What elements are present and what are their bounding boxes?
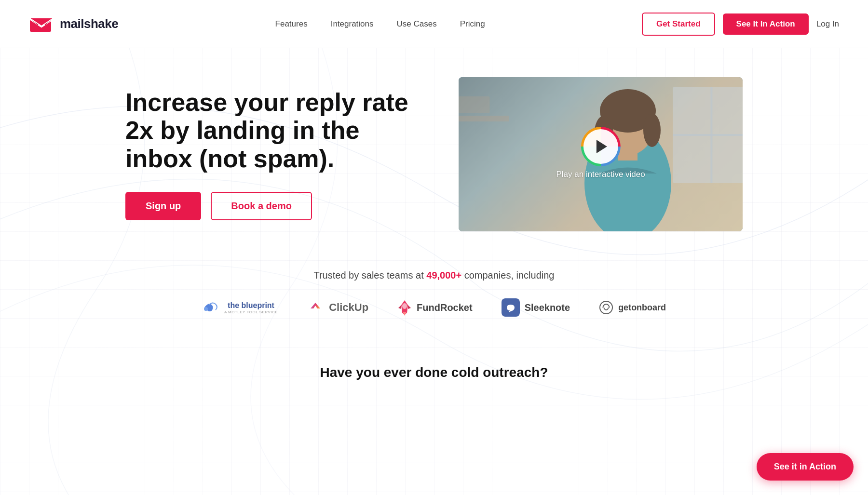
trusted-suffix: companies, including [461, 270, 554, 281]
nav-features[interactable]: Features [275, 19, 308, 29]
svg-rect-12 [459, 96, 489, 113]
trusted-text: Trusted by sales teams at 49,000+ compan… [29, 270, 839, 281]
hero-headline: Increase your reply rate 2x by landing i… [125, 88, 415, 173]
clickup-icon [307, 299, 324, 316]
hero-content: Increase your reply rate 2x by landing i… [125, 88, 415, 220]
trusted-prefix: Trusted by sales teams at [313, 270, 426, 281]
mailshake-logo-icon [29, 14, 54, 34]
sleeknote-logo: Sleeknote [502, 298, 570, 317]
fundrocket-name: FundRocket [417, 302, 473, 313]
header-actions: Get Started See It In Action Log In [642, 13, 839, 36]
blueprint-name: the blueprint [224, 301, 278, 310]
nav-pricing[interactable]: Pricing [460, 19, 485, 29]
cold-outreach-headline: Have you ever done cold outreach? [29, 365, 839, 380]
nav-use-cases[interactable]: Use Cases [397, 19, 437, 29]
sleeknote-icon [505, 302, 516, 313]
getonboard-name: getonboard [618, 303, 666, 313]
trusted-section: Trusted by sales teams at 49,000+ compan… [0, 251, 868, 341]
svg-point-14 [402, 303, 407, 309]
video-caption: Play an interactive video [556, 170, 645, 179]
getonboard-icon [599, 300, 613, 315]
getonboard-logo: getonboard [599, 300, 666, 315]
blueprint-sub: A MOTLEY FOOL SERVICE [224, 310, 278, 314]
svg-point-13 [204, 307, 208, 311]
hero-buttons: Sign up Book a demo [125, 192, 415, 220]
clickup-logo: ClickUp [307, 299, 368, 316]
get-started-button[interactable]: Get Started [642, 13, 715, 36]
site-header: mailshake Features Integrations Use Case… [0, 0, 868, 48]
sleeknote-icon-bg [502, 298, 520, 317]
book-demo-button[interactable]: Book a demo [211, 192, 312, 220]
cold-outreach-section: Have you ever done cold outreach? [0, 341, 868, 390]
play-button-container: Play an interactive video [556, 129, 645, 179]
fundrocket-logo: FundRocket [397, 299, 473, 316]
sleeknote-name: Sleeknote [525, 302, 570, 313]
blueprint-icon [202, 300, 219, 315]
login-button[interactable]: Log In [816, 19, 839, 29]
logo-text: mailshake [60, 16, 118, 31]
hero-section: Increase your reply rate 2x by landing i… [96, 48, 772, 251]
partner-logos: the blueprint A MOTLEY FOOL SERVICE Clic… [29, 298, 839, 317]
blueprint-logo: the blueprint A MOTLEY FOOL SERVICE [202, 300, 278, 315]
signup-button[interactable]: Sign up [125, 192, 201, 220]
svg-rect-11 [459, 116, 509, 121]
svg-point-15 [600, 301, 612, 314]
blueprint-logo-text: the blueprint A MOTLEY FOOL SERVICE [224, 301, 278, 314]
see-it-in-action-button[interactable]: See It In Action [723, 13, 809, 35]
play-button[interactable] [583, 129, 618, 164]
nav-integrations[interactable]: Integrations [331, 19, 374, 29]
hero-video[interactable]: Play an interactive video [459, 77, 743, 231]
logo[interactable]: mailshake [29, 14, 118, 34]
main-nav: Features Integrations Use Cases Pricing [275, 19, 485, 29]
fundrocket-icon [397, 299, 412, 316]
clickup-name: ClickUp [329, 301, 368, 314]
trusted-count: 49,000+ [426, 270, 461, 281]
play-triangle-icon [597, 140, 607, 153]
